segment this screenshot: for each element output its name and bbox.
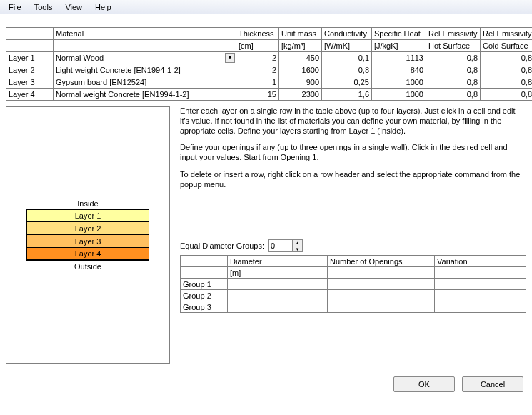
label-inside: Inside <box>26 198 149 209</box>
variation-cell[interactable] <box>435 290 526 301</box>
diagram-layer-1: Layer 1 <box>26 209 149 222</box>
label-outside: Outside <box>26 261 149 272</box>
relcold-cell[interactable]: 0,8 <box>481 64 533 76</box>
ok-button[interactable]: OK <box>393 376 455 392</box>
variation-cell[interactable] <box>435 279 526 290</box>
table-row: Group 3 <box>181 301 526 313</box>
col-thickness: Thickness <box>236 28 279 40</box>
instruction-p2: Define your openings if any (up to three… <box>180 143 526 163</box>
row-header[interactable]: Group 2 <box>181 290 228 301</box>
conductivity-cell[interactable]: 0,1 <box>322 52 372 64</box>
open-unit-diameter: [m] <box>228 267 328 279</box>
row-header[interactable]: Layer 3 <box>6 76 54 89</box>
numopen-cell[interactable] <box>328 279 435 290</box>
open-unit-variation <box>435 267 526 279</box>
variation-cell[interactable] <box>435 301 526 313</box>
menu-tools[interactable]: Tools <box>29 2 59 12</box>
relhot-cell[interactable]: 0,8 <box>426 76 481 89</box>
col-specific-heat: Specific Heat <box>372 28 426 40</box>
menu-file[interactable]: File <box>3 2 27 12</box>
equal-diameter-input[interactable] <box>269 240 292 251</box>
spinner-down-icon[interactable]: ▼ <box>293 246 302 252</box>
table-row: Layer 3 Gypsum board [EN12524] 1 900 0,2… <box>6 76 533 89</box>
material-cell[interactable]: Gypsum board [EN12524] <box>54 76 236 89</box>
diameter-cell[interactable] <box>228 279 328 290</box>
material-cell[interactable]: Normal weight Concrete [EN1994-1-2] <box>54 89 236 101</box>
thickness-cell[interactable]: 2 <box>236 64 279 76</box>
col-unitmass: Unit mass <box>279 28 322 40</box>
layer-diagram: Inside Layer 1 Layer 2 Layer 3 Layer 4 O… <box>6 106 170 364</box>
open-unit-blank <box>181 267 228 279</box>
unitmass-cell[interactable]: 900 <box>279 76 322 89</box>
diameter-cell[interactable] <box>228 290 328 301</box>
unitmass-cell[interactable]: 2300 <box>279 89 322 101</box>
conductivity-cell[interactable]: 1,6 <box>322 89 372 101</box>
menu-view[interactable]: View <box>59 2 88 12</box>
table-row: Group 2 <box>181 290 526 301</box>
material-cell[interactable]: Normal Wood ▼ <box>54 52 236 64</box>
conductivity-cell[interactable]: 0,25 <box>322 76 372 89</box>
diameter-cell[interactable] <box>228 301 328 313</box>
menu-help[interactable]: Help <box>89 2 117 12</box>
cancel-button[interactable]: Cancel <box>462 376 523 392</box>
specificheat-cell[interactable]: 1000 <box>372 89 426 101</box>
unit-material <box>54 40 236 52</box>
row-header[interactable]: Group 3 <box>181 301 228 313</box>
instruction-p1: Enter each layer on a single row in the … <box>180 106 526 136</box>
instructions: Enter each layer on a single row in the … <box>180 106 526 196</box>
relhot-cell[interactable]: 0,8 <box>426 64 481 76</box>
table-row: Layer 1 Normal Wood ▼ 2 450 0,1 1113 0,8… <box>6 52 533 64</box>
thickness-cell[interactable]: 1 <box>236 76 279 89</box>
open-unit-numopen <box>328 267 435 279</box>
table-row: Layer 2 Light weight Concrete [EN1994-1-… <box>6 64 533 76</box>
open-blank <box>181 256 228 267</box>
equal-diameter-spinner[interactable]: ▲ ▼ <box>268 239 303 252</box>
row-unit-blank <box>6 40 54 52</box>
row-header[interactable]: Layer 2 <box>6 64 54 76</box>
unit-thickness: [cm] <box>236 40 279 52</box>
specificheat-cell[interactable]: 1113 <box>372 52 426 64</box>
unitmass-cell[interactable]: 1600 <box>279 64 322 76</box>
row-header[interactable]: Layer 4 <box>6 89 54 101</box>
unit-conductivity: [W/mK] <box>322 40 372 52</box>
relcold-cell[interactable]: 0,8 <box>481 76 533 89</box>
layers-table: Material Thickness Unit mass Conductivit… <box>6 27 532 101</box>
col-rel-em-hot: Rel Emissivity <box>426 28 481 40</box>
unit-specific-heat: [J/kgK] <box>372 40 426 52</box>
dialog-footer: OK Cancel <box>0 369 532 401</box>
thickness-cell[interactable]: 15 <box>236 89 279 101</box>
menubar: File Tools View Help <box>0 0 532 14</box>
conductivity-cell[interactable]: 0,8 <box>322 64 372 76</box>
spinner-up-icon[interactable]: ▲ <box>293 240 302 246</box>
openings-table: Diameter Number of Openings Variation [m… <box>180 255 526 313</box>
numopen-cell[interactable] <box>328 301 435 313</box>
unit-cold-surface: Cold Surface <box>481 40 533 52</box>
unit-unitmass: [kg/m³] <box>279 40 322 52</box>
diagram-layer-3: Layer 3 <box>26 234 149 248</box>
col-conductivity: Conductivity <box>322 28 372 40</box>
material-cell[interactable]: Light weight Concrete [EN1994-1-2] <box>54 64 236 76</box>
col-rel-em-cold: Rel Emissivity <box>481 28 533 40</box>
col-material: Material <box>54 28 236 40</box>
open-col-variation: Variation <box>435 256 526 267</box>
unitmass-cell[interactable]: 450 <box>279 52 322 64</box>
relhot-cell[interactable]: 0,8 <box>426 52 481 64</box>
table-row: Layer 4 Normal weight Concrete [EN1994-1… <box>6 89 533 101</box>
diagram-layer-4: Layer 4 <box>26 247 149 261</box>
relhot-cell[interactable]: 0,8 <box>426 89 481 101</box>
chevron-down-icon[interactable]: ▼ <box>225 53 235 63</box>
equal-diameter-label: Equal Diameter Groups: <box>180 241 264 250</box>
numopen-cell[interactable] <box>328 290 435 301</box>
diagram-layer-2: Layer 2 <box>26 221 149 235</box>
specificheat-cell[interactable]: 840 <box>372 64 426 76</box>
material-text: Normal Wood <box>56 54 104 62</box>
specificheat-cell[interactable]: 1000 <box>372 76 426 89</box>
thickness-cell[interactable]: 2 <box>236 52 279 64</box>
relcold-cell[interactable]: 0,8 <box>481 89 533 101</box>
table-row: Group 1 <box>181 279 526 290</box>
row-header[interactable]: Layer 1 <box>6 52 54 64</box>
instruction-p3: To delete or insert a row, right click o… <box>180 170 526 190</box>
col-blank <box>6 28 54 40</box>
relcold-cell[interactable]: 0,8 <box>481 52 533 64</box>
row-header[interactable]: Group 1 <box>181 279 228 290</box>
